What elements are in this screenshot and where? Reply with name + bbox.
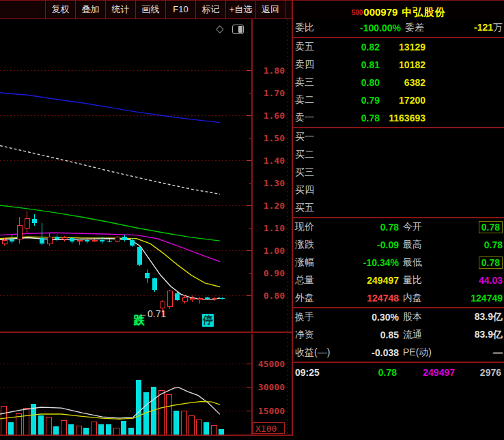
volume-bar-up	[23, 409, 29, 435]
bid-row[interactable]: 买四	[293, 181, 504, 199]
volume-bar-down	[8, 422, 14, 435]
diamond-icon[interactable]: ◇	[216, 23, 224, 33]
candle-up	[167, 291, 172, 306]
price-tick-label: 1.10	[264, 223, 285, 233]
candle-down	[55, 237, 59, 239]
bid-row[interactable]: 买三	[293, 164, 504, 181]
info-value-2: 0.78	[479, 256, 503, 269]
candle-down	[130, 240, 135, 246]
volume-bars[interactable]	[1, 380, 224, 435]
stock-title: 500 000979 中弘股份	[293, 0, 504, 19]
price-tick-label: 0.90	[264, 268, 285, 278]
ma-yellow	[0, 237, 220, 287]
volume-svg[interactable]: 450003000015000X100	[0, 334, 292, 436]
candle-down	[40, 238, 44, 244]
bid-row[interactable]: 买二	[293, 146, 504, 164]
bid-label: 买一	[293, 131, 342, 143]
bid-row[interactable]: 买五	[293, 199, 504, 217]
toolbar-button-huaxian[interactable]: 画线	[135, 1, 165, 18]
info-row: 现价0.78今开0.78	[293, 218, 504, 236]
candlestick-svg[interactable]: 1.801.701.601.501.401.301.201.101.000.90…	[0, 19, 292, 333]
candle-down	[137, 247, 142, 265]
volume-bar-down	[38, 415, 44, 435]
ask-row[interactable]: 卖二0.7917200	[293, 91, 504, 109]
candle-down	[175, 293, 180, 300]
toolbar-button-add-zixuan[interactable]: +自选	[225, 1, 255, 18]
price-tick-label: 1.30	[264, 178, 285, 188]
ask-row[interactable]: 卖五0.8213129	[293, 38, 504, 56]
stat-row: 净资0.85流通83.9亿	[293, 326, 504, 344]
volume-tick-label: 30000	[258, 382, 285, 392]
ask-section: 卖五0.8213129卖四0.8110182卖三0.806382卖二0.7917…	[293, 38, 504, 127]
volume-bar-up	[196, 420, 201, 435]
info-label-2: 最高	[403, 239, 445, 251]
weibi-value: -100.00%	[342, 23, 401, 33]
stats-section: 换手0.30%股本83.9亿净资0.85流通83.9亿收益(—)-0.038PE…	[293, 308, 504, 362]
price-tick-label: 1.00	[264, 246, 285, 256]
ask-price: 0.79	[355, 95, 380, 106]
candle-up	[182, 297, 187, 301]
ask-price: 0.81	[355, 59, 380, 70]
weicha-unit: 万	[493, 22, 503, 34]
toolbar-button-fuquan[interactable]: 复权	[45, 1, 75, 18]
ask-row[interactable]: 卖四0.8110182	[293, 56, 504, 74]
candle-up	[17, 226, 22, 239]
info-value-2-wrap: 44.03	[445, 275, 503, 286]
stock-app-window: 复权叠加统计画线F10标记+自选返回 500 000979 中弘股份 1.801…	[0, 0, 504, 440]
ask-row[interactable]: 卖三0.806382	[293, 74, 504, 91]
info-value-2-wrap: 0.78	[445, 221, 503, 233]
stat-value-1: -0.038	[342, 347, 399, 358]
info-section: 现价0.78今开0.78涨跌-0.09最高0.78涨幅-10.34%最低0.78…	[293, 218, 504, 307]
bid-label: 买三	[293, 166, 342, 179]
bid-label: 买四	[293, 184, 342, 196]
ask-label: 卖二	[293, 94, 342, 106]
stat-value-2: 83.9亿	[475, 329, 503, 341]
weicha-label: 委差	[405, 22, 447, 34]
candlestick-chart[interactable]: 1.801.701.601.501.401.301.201.101.000.90…	[0, 19, 292, 333]
toolbar-button-diejia[interactable]: 叠加	[75, 1, 105, 18]
volume-bar-down	[98, 424, 104, 435]
candles[interactable]	[2, 211, 225, 315]
candle-down	[145, 273, 150, 278]
marquee-text-ting: 停	[202, 314, 214, 327]
candle-up	[47, 237, 52, 244]
board-prefix: 500	[352, 8, 363, 18]
bid-row[interactable]: 买一	[293, 128, 504, 146]
window-split-icon[interactable]	[232, 25, 244, 34]
toolbar-button-f10[interactable]: F10	[165, 1, 195, 18]
price-tick-label: 1.40	[264, 156, 285, 166]
ask-row[interactable]: 卖一0.781163693	[293, 109, 504, 127]
stat-value-1: 0.30%	[342, 312, 399, 323]
price-tick-label: 1.80	[264, 65, 285, 76]
quote-panel: 委比-100.00%委差-121万 卖五0.8213129卖四0.8110182…	[293, 19, 504, 436]
stat-label-1: 净资	[293, 329, 342, 341]
volume-bar-up	[166, 395, 171, 435]
candle-up	[77, 240, 82, 241]
volume-bar-up	[211, 425, 216, 435]
ma-white-short	[0, 238, 220, 299]
volume-tick-label: 45000	[258, 359, 285, 369]
volume-bar-up	[181, 411, 186, 435]
ask-label: 卖五	[293, 41, 342, 53]
stat-value-2: —	[493, 347, 503, 358]
volume-bar-up	[61, 421, 66, 435]
ask-volume: 10182	[380, 59, 425, 70]
stat-label-2: 流通	[403, 329, 445, 341]
volume-bar-down	[53, 426, 59, 435]
stat-value-1: 0.85	[342, 329, 399, 340]
candle-down	[205, 297, 210, 299]
weibi-label: 委比	[293, 22, 342, 34]
info-value-2-wrap: 0.78	[445, 239, 503, 250]
candle-up	[92, 240, 97, 241]
volume-bar-up	[1, 406, 6, 435]
toolbar-button-biaoji[interactable]: 标记	[195, 1, 225, 18]
toolbar-button-tongji[interactable]: 统计	[105, 1, 135, 18]
candle-up	[197, 299, 202, 300]
bid-label: 买五	[293, 202, 342, 214]
volume-bar-up	[76, 426, 81, 435]
ask-price: 0.80	[355, 77, 380, 88]
toolbar-button-fanhui[interactable]: 返回	[255, 1, 285, 18]
stat-value-2-wrap: —	[445, 347, 503, 358]
volume-chart[interactable]: 450003000015000X100	[0, 334, 292, 436]
weibi-row: 委比-100.00%委差-121万	[293, 19, 504, 37]
